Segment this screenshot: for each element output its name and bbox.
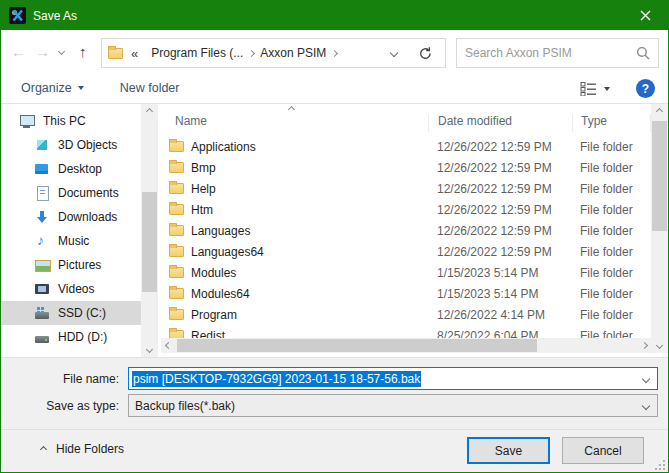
sidebar-item-icon [34,281,50,297]
file-row-redist[interactable]: Redist 8/25/2022 6:04 PM File folder [161,325,651,338]
search-icon[interactable] [636,46,650,60]
sidebar-item-label: Desktop [58,162,102,176]
breadcrumb-label[interactable]: Axxon PSIM [254,46,332,60]
back-icon[interactable]: ← [11,44,26,59]
save-as-type-select[interactable]: Backup files(*.bak) [128,394,658,417]
sidebar-item-pictures[interactable]: Pictures [1,253,141,277]
address-bar[interactable]: « Program Files (... Axxon PSIM [101,38,406,68]
command-bar: Organize New folder [1,73,668,104]
sidebar-item-downloads[interactable]: Downloads [1,205,141,229]
breadcrumb-overflow[interactable]: « [131,46,138,61]
file-type: File folder [580,140,633,154]
sidebar-item-icon [34,305,50,321]
refresh-button[interactable] [405,38,446,68]
help-button[interactable] [636,79,655,98]
sidebar-item-ssd-c[interactable]: SSD (C:) [1,301,141,325]
breadcrumb-segment-axxon-psim[interactable]: Axxon PSIM [254,46,337,60]
scroll-left-icon[interactable] [161,338,176,353]
file-name: Redist [191,329,437,339]
sidebar-scrollbar-thumb[interactable] [142,192,157,292]
sidebar-scrollbar[interactable] [141,104,158,357]
view-dropdown-icon [604,87,610,91]
hide-folders-label: Hide Folders [56,442,124,456]
file-row-help[interactable]: Help 12/26/2022 12:59 PM File folder [161,178,651,199]
sidebar-item-icon [34,233,50,249]
file-name-value: psim [DESKTOP-7932GG9] 2023-01-15 18-57-… [132,371,421,387]
sidebar-item-icon [34,185,50,201]
sidebar-item-hdd-d[interactable]: HDD (D:) [1,325,141,349]
sidebar-item-this-pc[interactable]: This PC [1,109,141,133]
list-scrollbar-thumb[interactable] [652,121,667,231]
sidebar-item-desktop[interactable]: Desktop [1,157,141,181]
file-row-bmp[interactable]: Bmp 12/26/2022 12:59 PM File folder [161,157,651,178]
file-row-applications[interactable]: Applications 12/26/2022 12:59 PM File fo… [161,136,651,157]
folder-icon [169,141,184,152]
scroll-up-icon[interactable] [651,104,668,119]
folder-icon [169,246,184,257]
breadcrumb-segment-program-files[interactable]: Program Files (... [145,46,254,60]
app-icon [9,7,26,24]
sidebar-item-videos[interactable]: Videos [1,277,141,301]
cancel-button[interactable]: Cancel [562,437,644,464]
file-type: File folder [580,224,633,238]
file-name-dropdown-icon[interactable] [642,375,650,383]
footer-divider [1,429,668,430]
list-vertical-scrollbar[interactable] [651,104,668,353]
up-icon[interactable]: ↑ [79,44,87,59]
scroll-up-icon[interactable] [141,104,158,119]
file-row-languages64[interactable]: Languages64 12/26/2022 12:59 PM File fol… [161,241,651,262]
file-name-input[interactable]: psim [DESKTOP-7932GG9] 2023-01-15 18-57-… [128,367,658,390]
organize-label: Organize [21,81,72,95]
file-type: File folder [580,161,633,175]
sidebar-item-3d-objects[interactable]: 3D Objects [1,133,141,157]
file-row-modules[interactable]: Modules 1/15/2023 5:14 PM File folder [161,262,651,283]
sidebar-item-documents[interactable]: Documents [1,181,141,205]
file-date-modified: 12/26/2022 12:59 PM [437,140,580,154]
breadcrumb-label[interactable]: Program Files (... [145,46,249,60]
column-header-name[interactable]: Name [161,114,429,132]
scroll-right-icon[interactable] [637,338,652,353]
sidebar-item-music[interactable]: Music [1,229,141,253]
address-chevron-down-icon[interactable] [390,49,398,57]
file-name: Bmp [191,161,437,175]
organize-button[interactable]: Organize [21,81,84,95]
horizontal-scrollbar-thumb[interactable] [177,339,537,352]
folder-icon [169,288,184,299]
sidebar-item-icon [34,257,50,273]
file-type: File folder [580,329,633,339]
save-button[interactable]: Save [467,437,550,464]
navigation-bar: ← → ↑ « Program Files (... Axxon PSIM [1,30,668,73]
new-folder-button[interactable]: New folder [120,81,180,95]
forward-icon[interactable]: → [35,44,50,59]
list-horizontal-scrollbar[interactable] [161,338,652,353]
hide-folders-button[interactable]: Hide Folders [41,442,124,456]
close-button[interactable] [623,1,668,30]
file-rows: Applications 12/26/2022 12:59 PM File fo… [161,132,651,338]
change-view-button[interactable] [580,73,610,104]
file-name-label: File name: [1,372,119,386]
file-name: Languages64 [191,245,437,259]
file-type: File folder [580,266,633,280]
chevron-right-icon[interactable] [331,49,338,56]
list-header: Name Date modified Type [161,104,651,132]
scroll-down-icon[interactable] [651,338,668,353]
sidebar-item-label: SSD (C:) [58,306,106,320]
sort-ascending-icon [288,106,295,113]
file-row-htm[interactable]: Htm 12/26/2022 12:59 PM File folder [161,199,651,220]
resize-grip[interactable] [655,460,665,470]
file-row-languages[interactable]: Languages 12/26/2022 12:59 PM File folde… [161,220,651,241]
history-chevron-down-icon[interactable] [58,48,65,55]
column-header-date-modified[interactable]: Date modified [429,114,573,132]
search-input[interactable] [465,46,636,60]
file-type: File folder [580,308,633,322]
file-row-program[interactable]: Program 12/26/2022 4:14 PM File folder [161,304,651,325]
scroll-down-icon[interactable] [141,342,158,357]
folder-icon [169,225,184,236]
window-title: Save As [33,9,77,23]
column-header-type[interactable]: Type [573,114,651,132]
file-row-modules64[interactable]: Modules64 1/15/2023 5:14 PM File folder [161,283,651,304]
folder-icon [169,330,184,338]
sidebar-item-label: This PC [43,114,86,128]
organize-dropdown-icon [78,86,84,90]
save-as-type-dropdown-icon[interactable] [642,402,650,410]
